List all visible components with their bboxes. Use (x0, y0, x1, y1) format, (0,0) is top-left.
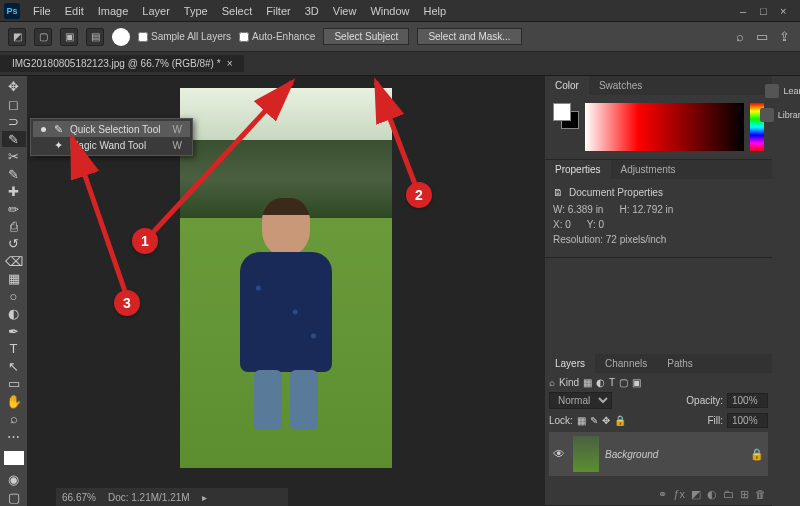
lock-transparent-icon[interactable]: ▦ (577, 415, 586, 426)
lock-all-icon[interactable]: 🔒 (614, 415, 626, 426)
tab-properties[interactable]: Properties (545, 160, 611, 179)
lock-icon[interactable]: 🔒 (750, 448, 764, 461)
lock-pixels-icon[interactable]: ✎ (590, 415, 598, 426)
w-value[interactable]: 6.389 in (568, 204, 604, 215)
filter-smart-icon[interactable]: ▣ (632, 377, 641, 388)
pen-tool-icon[interactable]: ✒ (2, 324, 26, 339)
flyout-magic-wand[interactable]: ✦ Magic Wand Tool W (33, 137, 190, 153)
workspace-icon[interactable]: ▭ (754, 29, 770, 45)
auto-enhance-checkbox[interactable]: Auto-Enhance (239, 31, 315, 42)
filter-shape-icon[interactable]: ▢ (619, 377, 628, 388)
gradient-tool-icon[interactable]: ▦ (2, 271, 26, 286)
fg-bg-swatch-icon[interactable] (553, 103, 579, 129)
tab-color[interactable]: Color (545, 76, 589, 95)
libraries-panel-tab[interactable]: Libraries (760, 108, 800, 122)
filter-pixel-icon[interactable]: ▦ (583, 377, 592, 388)
menu-view[interactable]: View (326, 5, 364, 17)
eraser-tool-icon[interactable]: ⌫ (2, 254, 26, 269)
path-select-tool-icon[interactable]: ↖ (2, 359, 26, 374)
menu-3d[interactable]: 3D (298, 5, 326, 17)
dodge-tool-icon[interactable]: ◐ (2, 306, 26, 321)
zoom-level[interactable]: 66.67% (62, 492, 96, 503)
quick-select-tool-icon[interactable]: ✎ (2, 131, 26, 146)
color-picker[interactable] (585, 103, 744, 151)
screenmode-tool-icon[interactable]: ▢ (2, 489, 26, 504)
tab-swatches[interactable]: Swatches (589, 76, 652, 95)
fx-icon[interactable]: ƒx (673, 488, 685, 501)
brush-tool-icon[interactable]: ✏ (2, 201, 26, 216)
new-selection-icon[interactable]: ▢ (34, 28, 52, 46)
new-layer-icon[interactable]: ⊞ (740, 488, 749, 501)
lasso-tool-icon[interactable]: ⊃ (2, 114, 26, 129)
menu-file[interactable]: File (26, 5, 58, 17)
menu-filter[interactable]: Filter (259, 5, 297, 17)
res-value[interactable]: 72 pixels/inch (606, 234, 667, 245)
tab-close-icon[interactable]: × (227, 58, 233, 69)
tab-channels[interactable]: Channels (595, 354, 657, 373)
tab-adjustments[interactable]: Adjustments (611, 160, 686, 179)
menu-type[interactable]: Type (177, 5, 215, 17)
type-tool-icon[interactable]: T (2, 341, 26, 356)
filter-adjust-icon[interactable]: ◐ (596, 377, 605, 388)
subtract-selection-icon[interactable]: ▤ (86, 28, 104, 46)
menu-edit[interactable]: Edit (58, 5, 91, 17)
color-swatch-icon[interactable] (4, 451, 24, 465)
h-value[interactable]: 12.792 in (632, 204, 673, 215)
crop-tool-icon[interactable]: ✂ (2, 149, 26, 164)
opacity-input[interactable] (727, 393, 768, 408)
document-canvas[interactable] (180, 88, 392, 468)
hand-tool-icon[interactable]: ✋ (2, 393, 26, 408)
y-value[interactable]: 0 (598, 219, 604, 230)
blend-mode-select[interactable]: Normal (549, 392, 612, 409)
visibility-eye-icon[interactable]: 👁 (553, 447, 567, 461)
tools-panel: ✥ ◻ ⊃ ✎ ✂ ✎ ✚ ✏ ⎙ ↺ ⌫ ▦ ○ ◐ ✒ T ↖ ▭ ✋ ⌕ … (0, 76, 28, 506)
mask-icon[interactable]: ◩ (691, 488, 701, 501)
share-icon[interactable]: ⇪ (776, 29, 792, 45)
spot-heal-tool-icon[interactable]: ✚ (2, 184, 26, 199)
history-brush-tool-icon[interactable]: ↺ (2, 236, 26, 251)
stamp-tool-icon[interactable]: ⎙ (2, 219, 26, 234)
x-value[interactable]: 0 (565, 219, 571, 230)
filter-kind-icon[interactable]: ⌕ (549, 377, 555, 388)
search-icon[interactable]: ⌕ (732, 29, 748, 45)
edit-toolbar-icon[interactable]: ⋯ (2, 428, 26, 443)
learn-panel-tab[interactable]: Learn (765, 84, 800, 98)
marquee-tool-icon[interactable]: ◻ (2, 96, 26, 111)
tab-layers[interactable]: Layers (545, 354, 595, 373)
eyedropper-tool-icon[interactable]: ✎ (2, 166, 26, 181)
menu-layer[interactable]: Layer (135, 5, 177, 17)
maximize-icon[interactable]: □ (760, 5, 772, 17)
rectangle-tool-icon[interactable]: ▭ (2, 376, 26, 391)
trash-icon[interactable]: 🗑 (755, 488, 766, 501)
tab-paths[interactable]: Paths (657, 354, 703, 373)
menu-window[interactable]: Window (363, 5, 416, 17)
add-selection-icon[interactable]: ▣ (60, 28, 78, 46)
canvas-area[interactable]: ✎ Quick Selection Tool W ✦ Magic Wand To… (28, 76, 544, 506)
minimize-icon[interactable]: – (740, 5, 752, 17)
link-layers-icon[interactable]: ⚭ (658, 488, 667, 501)
layer-thumbnail[interactable] (573, 436, 599, 472)
layer-row[interactable]: 👁 Background 🔒 (549, 432, 768, 476)
select-subject-button[interactable]: Select Subject (323, 28, 409, 45)
close-icon[interactable]: × (780, 5, 792, 17)
menu-image[interactable]: Image (91, 5, 136, 17)
blur-tool-icon[interactable]: ○ (2, 289, 26, 304)
brush-preview-icon[interactable] (112, 28, 130, 46)
select-and-mask-button[interactable]: Select and Mask... (417, 28, 521, 45)
status-chevron-icon[interactable]: ▸ (202, 492, 207, 503)
sample-all-layers-checkbox[interactable]: Sample All Layers (138, 31, 231, 42)
flyout-quick-selection[interactable]: ✎ Quick Selection Tool W (33, 121, 190, 137)
group-icon[interactable]: 🗀 (723, 488, 734, 501)
layer-name[interactable]: Background (605, 449, 744, 460)
menu-select[interactable]: Select (215, 5, 260, 17)
filter-type-icon[interactable]: T (609, 377, 615, 388)
adjustment-layer-icon[interactable]: ◐ (707, 488, 717, 501)
move-tool-icon[interactable]: ✥ (2, 79, 26, 94)
quickmask-tool-icon[interactable]: ◉ (2, 472, 26, 487)
document-tab[interactable]: IMG20180805182123.jpg @ 66.7% (RGB/8#) *… (0, 55, 244, 72)
lock-position-icon[interactable]: ✥ (602, 415, 610, 426)
menu-help[interactable]: Help (417, 5, 454, 17)
zoom-tool-icon[interactable]: ⌕ (2, 411, 26, 426)
fill-input[interactable] (727, 413, 768, 428)
tool-preset-icon[interactable]: ◩ (8, 28, 26, 46)
